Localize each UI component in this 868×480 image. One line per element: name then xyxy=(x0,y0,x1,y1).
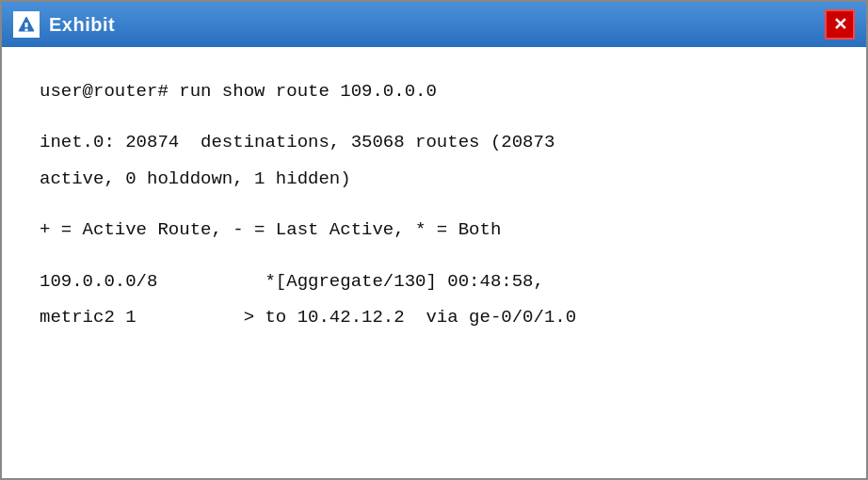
terminal-line-cmd: user@router# run show route 109.0.0.0 xyxy=(40,77,828,105)
window-icon xyxy=(13,11,40,38)
terminal-line-active: active, 0 holddown, 1 hidden) xyxy=(40,165,828,193)
title-bar-left: Exhibit xyxy=(13,11,115,38)
terminal-content: user@router# run show route 109.0.0.0 in… xyxy=(2,47,866,478)
close-button[interactable]: ✕ xyxy=(825,9,855,40)
title-bar: Exhibit ✕ xyxy=(2,2,866,47)
close-icon: ✕ xyxy=(833,14,847,35)
svg-rect-1 xyxy=(25,23,28,27)
terminal-line-route1: 109.0.0.0/8 *[Aggregate/130] 00:48:58, xyxy=(40,267,828,296)
terminal-line-inet: inet.0: 20874 destinations, 35068 routes… xyxy=(40,128,828,156)
terminal-line-route2: metric2 1 > to 10.42.12.2 via ge-0/0/1.0 xyxy=(40,303,828,331)
window-title: Exhibit xyxy=(49,14,115,36)
exhibit-window: Exhibit ✕ user@router# run show route 10… xyxy=(0,0,868,480)
svg-rect-2 xyxy=(25,29,28,32)
terminal-line-legend: + = Active Route, - = Last Active, * = B… xyxy=(40,216,828,244)
